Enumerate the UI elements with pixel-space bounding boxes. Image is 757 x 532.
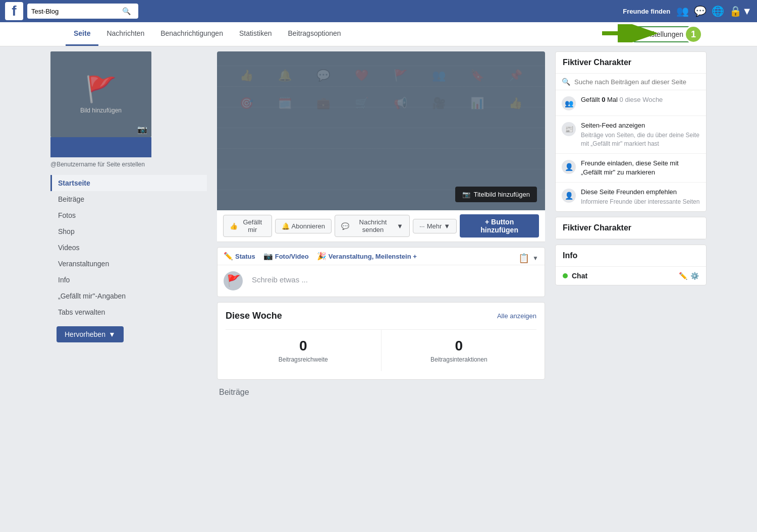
tab-nachrichten[interactable]: Nachrichten: [98, 22, 152, 46]
search-input[interactable]: [31, 8, 122, 15]
mehr-label: Mehr: [427, 222, 442, 230]
nav-right: Freunde finden 👥 💬 🌐 🔒▼: [623, 5, 752, 17]
abonnieren-label: Abonnieren: [292, 222, 326, 230]
tab-benachrichtigungen[interactable]: Benachrichtigungen: [152, 22, 231, 46]
week-stats: Diese Woche Alle anzeigen 0 Beitragsreic…: [217, 302, 545, 380]
profile-name-button[interactable]: [50, 137, 151, 157]
post-tab-foto[interactable]: 📷 Foto/Video: [263, 252, 309, 265]
sidebar-row-likes: 👥 Gefällt 0 Mal 0 diese Woche: [556, 90, 706, 116]
sidebar-card-main: Fiktiver Charakter 🔍 👥 Gefällt 0 Mal 0 d…: [555, 51, 707, 212]
post-area: ✏️ Status 📷 Foto/Video 🎉 Veranstaltung, …: [217, 247, 545, 297]
lock-icon[interactable]: 🔒▼: [729, 5, 752, 17]
page-tabs: Seite Nachrichten Benachrichtigungen Sta…: [0, 22, 757, 46]
green-arrow: [600, 24, 660, 42]
sidebar-search[interactable]: 🔍: [556, 74, 706, 90]
action-bar: 👍 Gefällt mir 🔔 Abonnieren 💬 Nachricht s…: [217, 210, 545, 242]
sidebar-page-name-2: Fiktiver Charakter: [556, 217, 706, 239]
recommend-content: Diese Seite Freunden empfehlen Informier…: [581, 188, 700, 206]
feed-content: Seiten-Feed anzeigen Beiträge von Seiten…: [581, 121, 700, 148]
gefaellt-mir-button[interactable]: 👍 Gefällt mir: [223, 215, 272, 237]
mehr-button[interactable]: ··· Mehr ▼: [413, 219, 457, 233]
hervorheben-dropdown-icon[interactable]: ▼: [109, 330, 116, 338]
likes-content: Gefällt 0 Mal 0 diese Woche: [581, 95, 700, 104]
titelbild-button[interactable]: 📷 Titelbild hinzufügen: [455, 187, 537, 202]
side-navigation: Startseite Beiträge Fotos Shop Videos Ve…: [50, 175, 207, 320]
nachricht-senden-button[interactable]: 💬 Nachricht senden ▼: [335, 215, 410, 237]
cover-photo-area: 👍 🔔 💬 ❤️ 🚩 👥 🔖 📌 🎯 🗓️ 💼 🛒 📢 🎥 📊 👍 📷: [217, 51, 545, 210]
titelbild-label: Titelbild hinzufügen: [473, 191, 530, 198]
hervorheben-button[interactable]: Hervorheben ▼: [57, 326, 124, 342]
nachricht-senden-label: Nachricht senden: [351, 218, 395, 233]
freunde-finden-link[interactable]: Freunde finden: [623, 8, 670, 15]
feed-main: Seiten-Feed anzeigen: [581, 121, 700, 130]
button-hinzufuegen[interactable]: + Button hinzufügen: [460, 214, 539, 238]
sidebar-item-videos[interactable]: Videos: [50, 240, 207, 256]
sidebar-row-recommend[interactable]: 👤 Diese Seite Freunden empfehlen Informi…: [556, 183, 706, 211]
recommend-icon: 👤: [562, 189, 576, 203]
post-input-area: 🚩 Schreib etwas ...: [218, 265, 545, 297]
friends-icon[interactable]: 👥: [676, 5, 689, 17]
sidebar-search-input[interactable]: [574, 78, 700, 86]
sidebar-item-tabs[interactable]: Tabs verwalten: [50, 304, 207, 320]
cover-icon: 🎯: [227, 89, 265, 117]
post-tab-event[interactable]: 🎉 Veranstaltung, Meilenstein +: [317, 252, 417, 265]
sidebar-page-name: Fiktiver Charakter: [556, 52, 706, 74]
facebook-logo: f: [5, 2, 23, 20]
sidebar-item-fotos[interactable]: Fotos: [50, 207, 207, 223]
week-stats-title: Diese Woche: [226, 311, 282, 321]
search-bar[interactable]: 🔍: [27, 4, 138, 19]
post-avatar: 🚩: [224, 271, 243, 290]
gefaellt-mir-label: Gefällt mir: [240, 218, 265, 233]
post-tab-status[interactable]: ✏️ Status: [224, 252, 255, 265]
sidebar-row-feed[interactable]: 📰 Seiten-Feed anzeigen Beiträge von Seit…: [556, 116, 706, 154]
sidebar-item-beitraege[interactable]: Beiträge: [50, 191, 207, 207]
thumbsup-icon: 👍: [230, 222, 238, 230]
cover-icon: 🔖: [458, 62, 497, 89]
cover-icon: 🛒: [343, 89, 381, 117]
mehr-dropdown-icon: ▼: [444, 222, 450, 230]
cover-placeholder-text: Bild hinzufügen: [80, 107, 122, 114]
feed-icon: 📰: [562, 122, 576, 136]
hervorheben-label: Hervorheben: [65, 330, 105, 338]
cover-icon: 💼: [304, 89, 343, 117]
sidebar-item-info[interactable]: Info: [50, 272, 207, 288]
camera-icon[interactable]: 📷: [137, 125, 147, 134]
post-tabs: ✏️ Status 📷 Foto/Video 🎉 Veranstaltung, …: [218, 248, 545, 265]
chat-label: Chat: [572, 272, 675, 280]
sidebar-card-second: Fiktiver Charakter: [555, 217, 707, 240]
tab-statistiken[interactable]: Statistiken: [231, 22, 280, 46]
settings-icon[interactable]: ⚙️: [690, 272, 699, 280]
post-dropdown-icon[interactable]: ▼: [532, 255, 538, 262]
abonnieren-button[interactable]: 🔔 Abonnieren: [275, 219, 332, 233]
tab-beitragsoptionen[interactable]: Beitragsoptionen: [280, 22, 349, 46]
cover-icon: 📢: [381, 89, 419, 117]
sidebar-item-startseite[interactable]: Startseite: [50, 175, 207, 191]
sidebar-item-shop[interactable]: Shop: [50, 223, 207, 240]
top-navigation: f 🔍 Freunde finden 👥 💬 🌐 🔒▼: [0, 0, 757, 22]
messages-icon[interactable]: 💬: [694, 5, 707, 17]
post-tab-foto-label: Foto/Video: [275, 253, 309, 260]
sidebar-row-invite[interactable]: 👤 Freunde einladen, diese Seite mit „Gef…: [556, 154, 706, 183]
right-sidebar: Fiktiver Charakter 🔍 👥 Gefällt 0 Mal 0 d…: [550, 46, 707, 402]
camera-icon-post: 📷: [263, 252, 273, 261]
globe-icon[interactable]: 🌐: [712, 5, 724, 17]
edit-icon[interactable]: ✏️: [679, 272, 687, 280]
stat-interaktionen: 0 Beitragsinteraktionen: [381, 330, 537, 371]
sidebar-item-gefaellt-mir[interactable]: „Gefällt mir"-Angaben: [50, 288, 207, 304]
stat-label-reichweite: Beitragsreichweite: [234, 356, 373, 363]
alle-anzeigen-link[interactable]: Alle anzeigen: [497, 312, 536, 320]
sidebar-item-veranstaltungen[interactable]: Veranstaltungen: [50, 256, 207, 272]
post-tab-event-label: Veranstaltung, Meilenstein +: [329, 253, 417, 260]
post-input[interactable]: Schreib etwas ...: [248, 271, 538, 288]
bell-icon: 🔔: [282, 222, 290, 230]
tab-seite[interactable]: Seite: [66, 22, 98, 46]
stat-number-interaktionen: 0: [390, 338, 529, 354]
feed-sub: Beiträge von Seiten, die du über deine S…: [581, 131, 700, 148]
beitraege-section-label: Beiträge: [217, 388, 545, 397]
post-privacy-icon[interactable]: 📋: [518, 253, 529, 264]
online-dot: [563, 273, 568, 278]
cover-icon: 🗓️: [265, 89, 304, 117]
cover-placeholder: 🚩 Bild hinzufügen: [80, 75, 122, 114]
invite-icon: 👤: [562, 160, 576, 174]
profile-cover-area: 🚩 Bild hinzufügen 📷: [50, 51, 151, 137]
